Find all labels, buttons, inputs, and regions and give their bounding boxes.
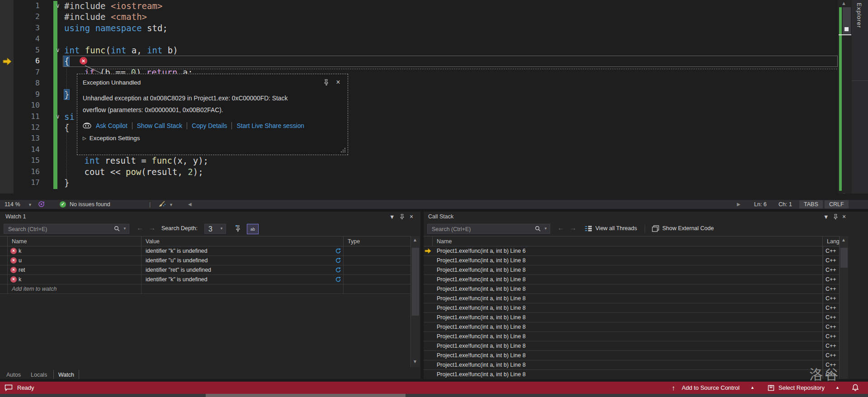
editor-vertical-scrollbar[interactable]: ▲ ▼ <box>838 0 852 194</box>
code-line[interactable]: 15int result = func(x, y); <box>0 155 838 166</box>
fold-chevron-icon[interactable]: ∨ <box>56 111 60 122</box>
watch-name-cell[interactable]: ×u <box>8 256 142 265</box>
call-stack-frame[interactable]: Project1.exe!func(int a, int b) Line 8C+… <box>424 370 839 379</box>
panel-splitter[interactable] <box>420 212 424 382</box>
scrollbar-thumb[interactable] <box>206 394 406 397</box>
frame-name-cell[interactable]: Project1.exe!func(int a, int b) Line 8 <box>433 360 823 369</box>
code-line[interactable]: 16cout << pow(result, 2); <box>0 166 838 177</box>
column-header-type[interactable]: Type <box>344 236 410 246</box>
column-indicator[interactable]: Ch: 1 <box>778 200 792 209</box>
chevron-up-icon[interactable]: ▲ <box>835 382 840 394</box>
call-stack-frame[interactable]: Project1.exe!func(int a, int b) Line 8C+… <box>424 303 839 313</box>
codelens-icon[interactable] <box>38 201 45 210</box>
frame-name-cell[interactable]: Project1.exe!func(int a, int b) Line 6 <box>433 246 823 255</box>
pin-icon[interactable] <box>833 212 839 222</box>
frame-name-cell[interactable]: Project1.exe!func(int a, int b) Line 8 <box>433 370 823 379</box>
watch-add-row[interactable]: Add item to watch <box>0 284 410 294</box>
call-stack-frame[interactable]: Project1.exe!func(int a, int b) Line 6C+… <box>424 246 839 256</box>
add-to-source-control-button[interactable]: Add to Source Control <box>682 382 740 394</box>
window-position-icon[interactable]: ▼ <box>389 212 395 222</box>
view-all-threads-button[interactable]: View all Threads <box>595 225 637 232</box>
exception-settings-expander[interactable]: ▷ Exception Settings <box>77 129 348 142</box>
code-line[interactable]: 4 <box>0 33 838 44</box>
watch-value-cell[interactable]: identifier "k" is undefined <box>142 275 344 284</box>
forward-icon[interactable]: → <box>149 224 156 232</box>
watch-scrollbar[interactable]: ▲ ▼ <box>410 236 420 367</box>
collapse-left-icon[interactable]: ◀ <box>188 200 192 209</box>
pin-icon[interactable] <box>400 212 405 222</box>
search-icon[interactable] <box>114 226 120 232</box>
scroll-up-icon[interactable]: ▲ <box>841 0 846 6</box>
code-editor[interactable]: 1∨#include <iostream>2#include <cmath>3u… <box>0 0 868 194</box>
scroll-up-icon[interactable]: ▲ <box>841 237 846 242</box>
add-item-cell[interactable]: Add item to watch <box>8 284 142 293</box>
bell-icon[interactable] <box>852 384 859 396</box>
select-repository-button[interactable]: Select Repository <box>778 382 825 394</box>
search-depth-dropdown[interactable]: 3 ▼ <box>204 224 226 234</box>
call-stack-search-box[interactable]: ▼ <box>427 224 550 234</box>
call-stack-frame[interactable]: Project1.exe!func(int a, int b) Line 8C+… <box>424 284 839 294</box>
explorer-collapsed-tab[interactable]: Explorer <box>856 3 863 28</box>
refresh-icon[interactable] <box>335 267 341 273</box>
call-stack-frame[interactable]: Project1.exe!func(int a, int b) Line 8C+… <box>424 322 839 332</box>
watch-search-box[interactable]: ▼ <box>4 224 129 234</box>
column-header-language[interactable]: Lang <box>823 236 839 246</box>
window-horizontal-scrollbar[interactable] <box>0 394 868 397</box>
refresh-icon[interactable] <box>335 276 341 283</box>
frame-name-cell[interactable]: Project1.exe!func(int a, int b) Line 8 <box>433 303 823 312</box>
frame-name-cell[interactable]: Project1.exe!func(int a, int b) Line 8 <box>433 313 823 322</box>
scrollbar-thumb[interactable] <box>412 248 419 316</box>
code-line[interactable]: 3using namespace std; <box>0 23 838 33</box>
pin-to-source-icon[interactable] <box>235 225 241 232</box>
eol-indicator[interactable]: CRLF <box>825 200 849 208</box>
call-stack-frame[interactable]: Project1.exe!func(int a, int b) Line 8C+… <box>424 265 839 275</box>
format-specifier-toggle[interactable]: ab <box>247 224 259 234</box>
fold-chevron-icon[interactable]: ∨ <box>56 0 60 11</box>
code-cleanup-broom-icon[interactable] <box>158 201 166 210</box>
back-icon[interactable]: ← <box>557 224 564 232</box>
watch-row[interactable]: ×kidentifier "k" is undefined <box>0 275 410 284</box>
close-icon[interactable]: × <box>842 212 846 222</box>
forward-icon[interactable]: → <box>570 224 576 232</box>
ask-copilot-link[interactable]: Ask Copilot <box>96 123 127 129</box>
frame-name-cell[interactable]: Project1.exe!func(int a, int b) Line 8 <box>433 294 823 303</box>
call-stack-frame[interactable]: Project1.exe!func(int a, int b) Line 8C+… <box>424 341 839 351</box>
chevron-up-icon[interactable]: ▲ <box>750 382 755 394</box>
watch-value-cell[interactable]: identifier "k" is undefined <box>142 246 344 255</box>
chevron-down-icon[interactable]: ▼ <box>169 200 173 209</box>
code-line[interactable]: 5∨int func(int a, int b) <box>0 45 838 56</box>
watch-value-cell[interactable]: identifier "ret" is undefined <box>142 265 344 274</box>
zoom-level-dropdown[interactable]: 114 % <box>5 200 20 209</box>
chevron-down-icon[interactable]: ▼ <box>123 227 127 231</box>
close-icon[interactable]: × <box>410 212 413 222</box>
call-stack-frame[interactable]: Project1.exe!func(int a, int b) Line 8C+… <box>424 313 839 322</box>
chevron-down-icon[interactable]: ▼ <box>544 227 547 231</box>
call-stack-frame[interactable]: Project1.exe!func(int a, int b) Line 8C+… <box>424 351 839 360</box>
watch-name-cell[interactable]: ×k <box>8 275 142 284</box>
watch-row[interactable]: ×retidentifier "ret" is undefined <box>0 265 410 275</box>
refresh-icon[interactable] <box>335 257 341 264</box>
frame-name-cell[interactable]: Project1.exe!func(int a, int b) Line 8 <box>433 332 823 341</box>
search-icon[interactable] <box>535 226 541 232</box>
code-line[interactable]: 6{× <box>0 56 838 66</box>
frame-name-cell[interactable]: Project1.exe!func(int a, int b) Line 8 <box>433 341 823 350</box>
pin-icon[interactable] <box>323 79 333 85</box>
watch-row[interactable]: ×uidentifier "u" is undefined <box>0 256 410 265</box>
show-external-code-button[interactable]: Show External Code <box>662 225 714 232</box>
scroll-down-icon[interactable]: ▼ <box>841 192 846 194</box>
call-stack-frame[interactable]: Project1.exe!func(int a, int b) Line 8C+… <box>424 332 839 341</box>
watch-row[interactable]: ×kidentifier "k" is undefined <box>0 246 410 256</box>
close-icon[interactable]: × <box>333 78 343 86</box>
back-icon[interactable]: ← <box>137 224 143 232</box>
frame-name-cell[interactable]: Project1.exe!func(int a, int b) Line 8 <box>433 322 823 331</box>
column-header-name[interactable]: Name <box>8 236 142 246</box>
call-stack-frame[interactable]: Project1.exe!func(int a, int b) Line 8C+… <box>424 360 839 370</box>
window-position-icon[interactable]: ▼ <box>823 212 829 222</box>
frame-name-cell[interactable]: Project1.exe!func(int a, int b) Line 8 <box>433 284 823 293</box>
fold-chevron-icon[interactable]: ∨ <box>56 45 60 56</box>
issues-status[interactable]: No issues found <box>70 200 110 209</box>
line-indicator[interactable]: Ln: 6 <box>754 200 767 209</box>
watch-value-cell[interactable]: identifier "u" is undefined <box>142 256 344 265</box>
tabs-indicator[interactable]: TABS <box>799 200 823 208</box>
search-input[interactable] <box>431 225 518 234</box>
